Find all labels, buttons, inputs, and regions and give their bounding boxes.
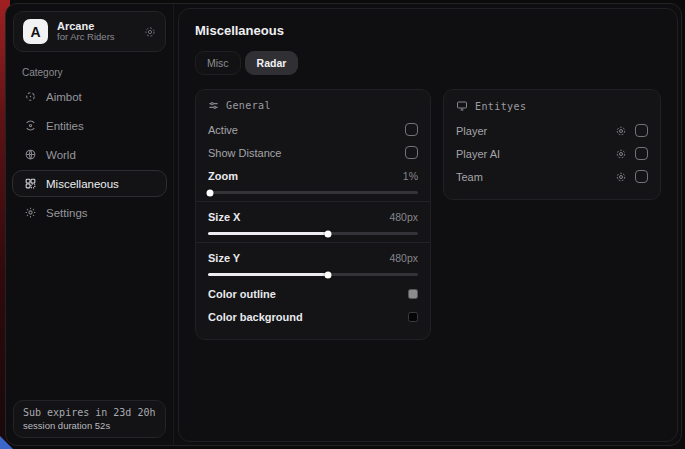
slider-row-size-x: Size X 480px xyxy=(208,206,418,227)
player-ai-checkbox[interactable] xyxy=(635,147,648,160)
color-label: Color background xyxy=(208,311,303,323)
tab-misc[interactable]: Misc xyxy=(195,51,241,75)
category-label: Category xyxy=(22,67,173,78)
toggle-row-show-distance: Show Distance xyxy=(208,142,418,163)
size-x-slider-thumb[interactable] xyxy=(324,230,331,237)
sidebar-item-label: Entities xyxy=(46,120,84,132)
size-y-slider-fill xyxy=(208,273,328,276)
brand-settings-icon[interactable] xyxy=(144,26,156,38)
team-checkbox[interactable] xyxy=(635,170,648,183)
entity-row-player: Player xyxy=(456,120,648,141)
subscription-card: Sub expires in 23d 20h session duration … xyxy=(13,400,166,438)
divider xyxy=(196,242,430,243)
zoom-slider[interactable] xyxy=(208,191,418,194)
divider xyxy=(196,201,430,202)
color-label: Color outline xyxy=(208,288,276,300)
entities-panel-header: Entityes xyxy=(456,100,648,112)
slider-label: Size Y xyxy=(208,252,240,264)
size-x-slider-fill xyxy=(208,232,328,235)
grid-icon xyxy=(23,177,37,190)
zoom-slider-thumb[interactable] xyxy=(207,189,214,196)
entity-row-player-ai: Player AI xyxy=(456,143,648,164)
entity-label: Team xyxy=(456,171,483,183)
app-subtitle: for Arc Riders xyxy=(57,32,135,43)
sidebar-item-settings[interactable]: Settings xyxy=(12,199,167,226)
slider-label: Zoom xyxy=(208,170,238,182)
sidebar-item-aimbot[interactable]: Aimbot xyxy=(12,83,167,110)
sub-expiry-text: Sub expires in 23d 20h xyxy=(23,407,156,418)
team-config-gear-icon[interactable] xyxy=(615,171,627,183)
page-title: Miscellaneous xyxy=(195,23,661,38)
active-checkbox[interactable] xyxy=(405,123,418,136)
sidebar-item-world[interactable]: World xyxy=(12,141,167,168)
brand-text: Arcane for Arc Riders xyxy=(57,20,135,44)
slider-label: Size X xyxy=(208,211,240,223)
entity-row-team: Team xyxy=(456,166,648,187)
player-config-gear-icon[interactable] xyxy=(615,125,627,137)
slider-row-size-y: Size Y 480px xyxy=(208,247,418,268)
gear-icon xyxy=(23,206,37,219)
toggle-label: Show Distance xyxy=(208,147,281,159)
sidebar-item-miscellaneous[interactable]: Miscellaneous xyxy=(12,170,167,197)
entities-panel: Entityes Player Player AI xyxy=(443,89,661,200)
monitor-icon xyxy=(456,100,468,112)
color-outline-swatch[interactable] xyxy=(408,289,418,299)
sidebar-nav: Aimbot Entities World xyxy=(6,82,173,227)
color-row-outline: Color outline xyxy=(208,283,418,304)
toggle-row-active: Active xyxy=(208,119,418,140)
entity-label: Player AI xyxy=(456,148,500,160)
toggle-label: Active xyxy=(208,124,238,136)
player-checkbox[interactable] xyxy=(635,124,648,137)
general-panel-title: General xyxy=(226,100,271,111)
entities-icon xyxy=(23,119,37,132)
globe-icon xyxy=(23,148,37,161)
sidebar-item-label: Settings xyxy=(46,207,88,219)
slider-row-zoom: Zoom 1% xyxy=(208,165,418,186)
size-x-slider[interactable] xyxy=(208,232,418,235)
brand-card: A Arcane for Arc Riders xyxy=(13,11,166,52)
entities-panel-title: Entityes xyxy=(475,101,526,112)
slider-value: 480px xyxy=(389,252,418,264)
sidebar-item-entities[interactable]: Entities xyxy=(12,112,167,139)
app-window: A Arcane for Arc Riders Category Aimbot xyxy=(5,3,682,446)
general-panel: General Active Show Distance Zoom 1% xyxy=(195,89,431,340)
general-panel-header: General xyxy=(208,100,418,111)
main-content: Miscellaneous Misc Radar General Active xyxy=(178,8,678,442)
player-ai-config-gear-icon[interactable] xyxy=(615,148,627,160)
sidebar-item-label: Aimbot xyxy=(46,91,82,103)
slider-value: 480px xyxy=(389,211,418,223)
sliders-icon xyxy=(208,100,219,111)
size-y-slider[interactable] xyxy=(208,273,418,276)
app-logo: A xyxy=(23,19,48,44)
sidebar-item-label: Miscellaneous xyxy=(46,178,119,190)
panels-row: General Active Show Distance Zoom 1% xyxy=(195,89,661,340)
color-background-swatch[interactable] xyxy=(408,312,418,322)
crosshair-icon xyxy=(23,90,37,103)
slider-value: 1% xyxy=(403,170,418,182)
size-y-slider-thumb[interactable] xyxy=(324,271,331,278)
tab-bar: Misc Radar xyxy=(195,51,661,75)
sidebar: A Arcane for Arc Riders Category Aimbot xyxy=(6,4,174,445)
sidebar-item-label: World xyxy=(46,149,76,161)
entity-label: Player xyxy=(456,125,487,137)
color-row-background: Color background xyxy=(208,306,418,327)
session-duration-text: session duration 52s xyxy=(23,420,156,431)
show-distance-checkbox[interactable] xyxy=(405,146,418,159)
tab-radar[interactable]: Radar xyxy=(245,51,299,75)
